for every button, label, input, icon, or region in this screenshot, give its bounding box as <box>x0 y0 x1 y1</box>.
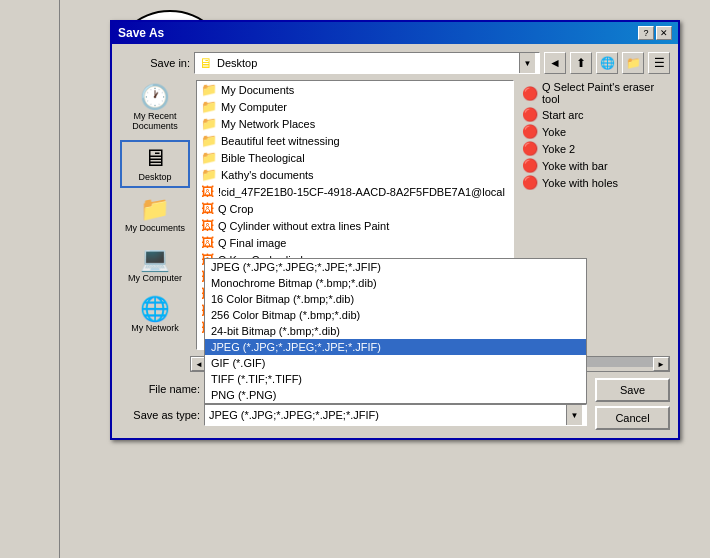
create-folder-button[interactable]: 📁 <box>622 52 644 74</box>
my-docs-icon: 📁 <box>140 197 170 221</box>
list-item[interactable]: 📁 My Computer <box>197 98 513 115</box>
right-item-icon: 🔴 <box>522 158 538 173</box>
list-item[interactable]: 🔴 Start arc <box>520 106 660 123</box>
folder-icon: 📁 <box>201 167 217 182</box>
dropdown-option-24bit[interactable]: 24-bit Bitmap (*.bmp;*.dib) <box>205 323 586 339</box>
location-desktop[interactable]: 🖥 Desktop <box>120 140 190 188</box>
save-in-row: Save in: 🖥 Desktop ▼ ◄ ⬆ 🌐 📁 ☰ <box>120 52 670 74</box>
my-docs-label: My Documents <box>125 223 185 233</box>
dropdown-option-png[interactable]: PNG (*.PNG) <box>205 387 586 403</box>
list-item[interactable]: 🖼 Q Crop <box>197 200 513 217</box>
list-item[interactable]: 🖼 Q Cylinder without extra lines Paint <box>197 217 513 234</box>
list-item[interactable]: 📁 My Network Places <box>197 115 513 132</box>
list-item[interactable]: 📁 Bible Theological <box>197 149 513 166</box>
cancel-button[interactable]: Cancel <box>595 406 670 430</box>
save-in-combo[interactable]: 🖥 Desktop ▼ <box>194 52 540 74</box>
help-button[interactable]: ? <box>638 26 654 40</box>
image-icon: 🖼 <box>201 201 214 216</box>
my-network-icon: 🌐 <box>140 297 170 321</box>
bottom-form: File name: Q Final image ▼ Save as type:… <box>120 378 670 430</box>
dropdown-option-tiff[interactable]: TIFF (*.TIF;*.TIFF) <box>205 371 586 387</box>
right-item-icon: 🔴 <box>522 107 538 122</box>
up-folder-button[interactable]: ⬆ <box>570 52 592 74</box>
file-name: Kathy's documents <box>221 169 314 181</box>
list-item[interactable]: 🔴 Yoke <box>520 123 660 140</box>
paint-toolbar <box>0 0 60 558</box>
list-item[interactable]: 🔴 Yoke with bar <box>520 157 660 174</box>
list-item[interactable]: 🔴 Yoke with holes <box>520 174 660 191</box>
file-name: Q Cylinder without extra lines Paint <box>218 220 389 232</box>
folder-icon: 📁 <box>201 82 217 97</box>
image-icon: 🖼 <box>201 184 214 199</box>
image-icon: 🖼 <box>201 218 214 233</box>
dropdown-option-16color[interactable]: 16 Color Bitmap (*.bmp;*.dib) <box>205 291 586 307</box>
location-sidebar: 🕐 My Recent Documents 🖥 Desktop 📁 My Doc… <box>120 80 190 350</box>
recent-docs-label: My Recent Documents <box>123 111 187 131</box>
right-item-label: Yoke 2 <box>542 143 575 155</box>
save-in-dropdown-arrow[interactable]: ▼ <box>519 53 535 73</box>
file-name: Beautiful feet witnessing <box>221 135 340 147</box>
location-recent-documents[interactable]: 🕐 My Recent Documents <box>120 80 190 136</box>
right-item-label: Start arc <box>542 109 584 121</box>
right-item-icon: 🔴 <box>522 175 538 190</box>
file-name-label: File name: <box>120 383 200 395</box>
file-name: My Documents <box>221 84 294 96</box>
desktop-folder-icon: 🖥 <box>199 55 213 71</box>
right-item-label: Q Select Paint's eraser tool <box>542 81 658 105</box>
dropdown-option-mono[interactable]: Monochrome Bitmap (*.bmp;*.dib) <box>205 275 586 291</box>
dropdown-option-jpeg-top[interactable]: JPEG (*.JPG;*.JPEG;*.JPE;*.JFIF) <box>205 259 586 275</box>
list-item[interactable]: 🖼 Q Final image <box>197 234 513 251</box>
desktop-label: Desktop <box>138 172 171 182</box>
image-icon: 🖼 <box>201 235 214 250</box>
save-type-dropdown-arrow[interactable]: ▼ <box>566 405 582 425</box>
right-item-icon: 🔴 <box>522 86 538 101</box>
scroll-right-button[interactable]: ► <box>653 357 669 371</box>
location-my-computer[interactable]: 💻 My Computer <box>120 242 190 288</box>
dialog-body: Save in: 🖥 Desktop ▼ ◄ ⬆ 🌐 📁 ☰ 🕐 My Rece… <box>112 44 678 438</box>
titlebar-buttons: ? ✕ <box>638 26 672 40</box>
list-item[interactable]: 📁 My Documents <box>197 81 513 98</box>
dialog-title: Save As <box>118 26 164 40</box>
recent-docs-icon: 🕐 <box>140 85 170 109</box>
my-network-label: My Network <box>131 323 179 333</box>
dropdown-option-jpeg-selected[interactable]: JPEG (*.JPG;*.JPEG;*.JPE;*.JFIF) <box>205 339 586 355</box>
list-item[interactable]: 🔴 Q Select Paint's eraser tool <box>520 80 660 106</box>
right-panel-list: 🔴 Q Select Paint's eraser tool 🔴 Start a… <box>520 80 660 191</box>
save-button[interactable]: Save <box>595 378 670 402</box>
file-name: My Network Places <box>221 118 315 130</box>
action-buttons: Save Cancel <box>595 378 670 430</box>
folder-icon: 📁 <box>201 133 217 148</box>
my-computer-label: My Computer <box>128 273 182 283</box>
list-item[interactable]: 🖼 !cid_47F2E1B0-15CF-4918-AACD-8A2F5FDBE… <box>197 183 513 200</box>
back-nav-button[interactable]: ◄ <box>544 52 566 74</box>
right-item-label: Yoke with bar <box>542 160 608 172</box>
save-type-wrapper: JPEG (*.JPG;*.JPEG;*.JPE;*.JFIF) ▼ JPEG … <box>204 404 587 426</box>
save-as-dialog: Save As ? ✕ Save in: 🖥 Desktop ▼ ◄ ⬆ 🌐 📁… <box>110 20 680 440</box>
dropdown-option-256color[interactable]: 256 Color Bitmap (*.bmp;*.dib) <box>205 307 586 323</box>
my-computer-icon: 💻 <box>140 247 170 271</box>
desktop-icon: 🖥 <box>143 146 167 170</box>
dialog-titlebar: Save As ? ✕ <box>112 22 678 44</box>
save-type-combo[interactable]: JPEG (*.JPG;*.JPEG;*.JPE;*.JFIF) ▼ <box>204 404 587 426</box>
bottom-form-fields: File name: Q Final image ▼ Save as type:… <box>120 378 587 430</box>
file-name: My Computer <box>221 101 287 113</box>
search-web-button[interactable]: 🌐 <box>596 52 618 74</box>
location-my-network[interactable]: 🌐 My Network <box>120 292 190 338</box>
folder-icon: 📁 <box>201 116 217 131</box>
dropdown-option-gif[interactable]: GIF (*.GIF) <box>205 355 586 371</box>
view-options-button[interactable]: ☰ <box>648 52 670 74</box>
location-my-documents[interactable]: 📁 My Documents <box>120 192 190 238</box>
list-item[interactable]: 📁 Kathy's documents <box>197 166 513 183</box>
folder-icon: 📁 <box>201 99 217 114</box>
list-item[interactable]: 🔴 Yoke 2 <box>520 140 660 157</box>
save-in-value: Desktop <box>217 57 515 69</box>
save-as-type-row: Save as type: JPEG (*.JPG;*.JPEG;*.JPE;*… <box>120 404 587 426</box>
close-button[interactable]: ✕ <box>656 26 672 40</box>
file-name: !cid_47F2E1B0-15CF-4918-AACD-8A2F5FDBE7A… <box>218 186 505 198</box>
file-name: Bible Theological <box>221 152 305 164</box>
right-item-label: Yoke with holes <box>542 177 618 189</box>
save-in-label: Save in: <box>120 57 190 69</box>
right-item-label: Yoke <box>542 126 566 138</box>
right-item-icon: 🔴 <box>522 124 538 139</box>
list-item[interactable]: 📁 Beautiful feet witnessing <box>197 132 513 149</box>
